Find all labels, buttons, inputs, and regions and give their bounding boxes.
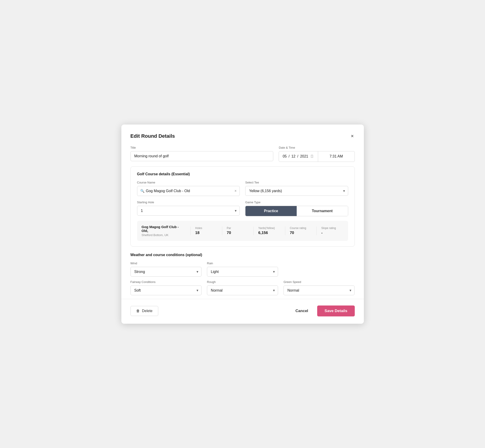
practice-button[interactable]: Practice (245, 206, 297, 216)
green-speed-group: Green Speed Slow Normal Fast Very Fast ▾ (283, 280, 355, 295)
title-date-row: Title Date & Time 05 / 12 / 2021 🗓 7:31 … (130, 146, 355, 162)
course-info-row: Gog Magog Golf Club - Old, Shelford Bott… (137, 221, 348, 241)
starting-hole-dropdown[interactable]: 1 10 (137, 206, 240, 216)
starting-gametype-row: Starting Hole 1 10 ▾ Game Type Practice … (137, 200, 348, 216)
par-stat: Par 70 (222, 226, 249, 235)
footer-row: 🗑 Delete Cancel Save Details (130, 305, 355, 316)
wind-wrapper: Calm Light Moderate Strong Very Strong ▾ (130, 267, 202, 277)
rain-group: Rain None Light Moderate Heavy ▾ (207, 262, 278, 277)
yards-label: Yards(Yellow) (258, 226, 275, 230)
course-location: Shelford Bottom, UK (142, 233, 186, 237)
select-tee-label: Select Tee (245, 181, 348, 184)
fairway-group: Fairway Conditions Soft Normal Hard Firm… (130, 280, 202, 295)
course-name-display: Gog Magog Golf Club - Old, (142, 225, 186, 233)
golf-course-section: Golf Course details (Essential) Course N… (130, 166, 355, 247)
close-button[interactable]: × (350, 133, 355, 140)
weather-section: Weather and course conditions (optional)… (130, 253, 355, 295)
slope-rating-label: Slope rating (321, 226, 336, 230)
select-tee-wrapper: Yellow (6,156 yards) Red (5,500 yards) W… (245, 186, 348, 196)
rough-dropdown[interactable]: Short Normal Long Very Long (207, 286, 278, 295)
date-time-group: 05 / 12 / 2021 🗓 7:31 AM (279, 151, 355, 162)
game-type-toggle: Practice Tournament (245, 206, 348, 216)
starting-hole-wrapper: 1 10 ▾ (137, 206, 240, 216)
course-name-input-wrapper: 🔍 × (137, 186, 240, 196)
course-info-name: Gog Magog Golf Club - Old, Shelford Bott… (142, 225, 186, 237)
rain-dropdown[interactable]: None Light Moderate Heavy (207, 267, 278, 277)
date-year: 2021 (300, 154, 308, 159)
title-label: Title (130, 146, 274, 149)
rough-group: Rough Short Normal Long Very Long ▾ (207, 280, 278, 295)
fairway-wrapper: Soft Normal Hard Firm ▾ (130, 286, 202, 295)
holes-value: 18 (195, 231, 200, 235)
wind-group: Wind Calm Light Moderate Strong Very Str… (130, 262, 202, 277)
green-speed-label: Green Speed (283, 280, 355, 284)
fairway-label: Fairway Conditions (130, 280, 202, 284)
fairway-dropdown[interactable]: Soft Normal Hard Firm (130, 286, 202, 295)
date-part[interactable]: 05 / 12 / 2021 🗓 (279, 151, 318, 162)
date-day: 12 (291, 154, 296, 159)
golf-course-title: Golf Course details (Essential) (137, 172, 348, 176)
starting-hole-group: Starting Hole 1 10 ▾ (137, 200, 240, 216)
cancel-button[interactable]: Cancel (291, 306, 313, 316)
course-rating-value: 70 (290, 231, 294, 235)
course-tee-row: Course Name 🔍 × Select Tee Yellow (6,156… (137, 181, 348, 196)
trash-icon: 🗑 (136, 309, 140, 313)
search-icon: 🔍 (140, 189, 145, 193)
green-speed-dropdown[interactable]: Slow Normal Fast Very Fast (283, 286, 355, 295)
footer-divider (121, 299, 364, 299)
date-month: 05 (283, 154, 287, 159)
course-rating-stat: Course rating 70 (285, 226, 312, 235)
yards-value: 6,156 (258, 231, 268, 235)
modal-header: Edit Round Details × (130, 133, 355, 140)
holes-stat: Holes 18 (190, 226, 217, 235)
course-name-input[interactable] (137, 186, 240, 196)
slope-rating-stat: Slope rating - (316, 226, 343, 235)
select-tee-group: Select Tee Yellow (6,156 yards) Red (5,5… (245, 181, 348, 196)
green-speed-wrapper: Slow Normal Fast Very Fast ▾ (283, 286, 355, 295)
wind-dropdown[interactable]: Calm Light Moderate Strong Very Strong (130, 267, 202, 277)
delete-label: Delete (142, 309, 153, 313)
slope-rating-value: - (321, 231, 323, 235)
weather-title: Weather and course conditions (optional) (130, 253, 355, 257)
rough-label: Rough (207, 280, 278, 284)
starting-hole-label: Starting Hole (137, 200, 240, 204)
datetime-label: Date & Time (279, 146, 355, 149)
wind-rain-row: Wind Calm Light Moderate Strong Very Str… (130, 262, 355, 277)
course-rating-label: Course rating (290, 226, 306, 230)
save-button[interactable]: Save Details (317, 305, 355, 316)
date-sep2: / (297, 154, 298, 159)
clear-icon[interactable]: × (234, 189, 237, 193)
time-part[interactable]: 7:31 AM (318, 151, 355, 162)
delete-button[interactable]: 🗑 Delete (130, 306, 158, 316)
date-sep1: / (289, 154, 289, 159)
yards-stat: Yards(Yellow) 6,156 (253, 226, 280, 235)
par-label: Par (227, 226, 231, 230)
modal-title: Edit Round Details (130, 133, 175, 139)
rough-wrapper: Short Normal Long Very Long ▾ (207, 286, 278, 295)
course-name-label: Course Name (137, 181, 240, 184)
rain-label: Rain (207, 262, 278, 265)
holes-label: Holes (195, 226, 202, 230)
calendar-icon: 🗓 (310, 154, 314, 159)
datetime-group: Date & Time 05 / 12 / 2021 🗓 7:31 AM (279, 146, 355, 162)
time-value: 7:31 AM (330, 154, 343, 159)
par-value: 70 (227, 231, 231, 235)
title-input[interactable] (130, 151, 274, 161)
game-type-group: Game Type Practice Tournament (245, 200, 348, 216)
title-group: Title (130, 146, 274, 162)
tournament-button[interactable]: Tournament (297, 206, 348, 216)
wind-label: Wind (130, 262, 202, 265)
rain-wrapper: None Light Moderate Heavy ▾ (207, 267, 278, 277)
select-tee-dropdown[interactable]: Yellow (6,156 yards) Red (5,500 yards) W… (245, 186, 348, 196)
edit-round-modal: Edit Round Details × Title Date & Time 0… (121, 125, 364, 324)
game-type-label: Game Type (245, 200, 348, 204)
course-name-group: Course Name 🔍 × (137, 181, 240, 196)
fairway-rough-green-row: Fairway Conditions Soft Normal Hard Firm… (130, 280, 355, 295)
footer-right: Cancel Save Details (291, 305, 355, 316)
